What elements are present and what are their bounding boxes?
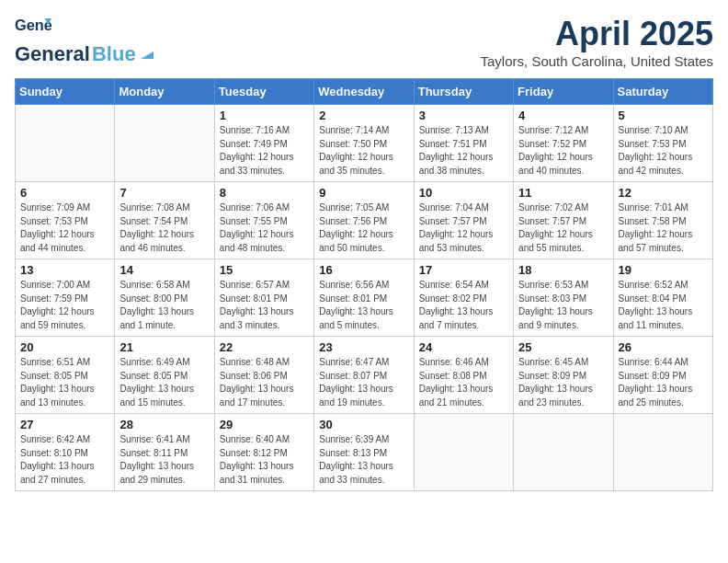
header: General General Blue April 2025 Taylors,… — [15, 15, 713, 69]
day-info: Sunrise: 7:02 AM Sunset: 7:57 PM Dayligh… — [518, 201, 608, 255]
day-info: Sunrise: 7:04 AM Sunset: 7:57 PM Dayligh… — [419, 201, 508, 255]
calendar-day-1: 1Sunrise: 7:16 AM Sunset: 7:49 PM Daylig… — [214, 105, 313, 182]
day-info: Sunrise: 6:49 AM Sunset: 8:05 PM Dayligh… — [119, 356, 209, 409]
col-header-wednesday: Wednesday — [314, 79, 414, 105]
calendar-week-4: 20Sunrise: 6:51 AM Sunset: 8:05 PM Dayli… — [16, 337, 713, 414]
calendar-day-9: 9Sunrise: 7:05 AM Sunset: 7:56 PM Daylig… — [314, 182, 414, 259]
col-header-saturday: Saturday — [613, 79, 712, 105]
day-number: 28 — [119, 418, 209, 431]
calendar-week-1: 1Sunrise: 7:16 AM Sunset: 7:49 PM Daylig… — [16, 105, 713, 182]
day-info: Sunrise: 7:08 AM Sunset: 7:54 PM Dayligh… — [119, 201, 209, 255]
calendar-day-29: 29Sunrise: 6:40 AM Sunset: 8:12 PM Dayli… — [214, 414, 313, 491]
calendar-week-2: 6Sunrise: 7:09 AM Sunset: 7:53 PM Daylig… — [16, 182, 713, 259]
day-info: Sunrise: 7:14 AM Sunset: 7:50 PM Dayligh… — [319, 124, 408, 178]
day-number: 4 — [518, 109, 608, 122]
day-info: Sunrise: 6:58 AM Sunset: 8:00 PM Dayligh… — [119, 279, 209, 332]
day-number: 30 — [319, 418, 408, 431]
day-info: Sunrise: 7:05 AM Sunset: 7:56 PM Dayligh… — [319, 201, 408, 255]
calendar-day-18: 18Sunrise: 6:53 AM Sunset: 8:03 PM Dayli… — [514, 259, 613, 337]
day-number: 13 — [20, 263, 109, 277]
day-info: Sunrise: 7:16 AM Sunset: 7:49 PM Dayligh… — [220, 124, 309, 178]
calendar-day-12: 12Sunrise: 7:01 AM Sunset: 7:58 PM Dayli… — [613, 182, 712, 259]
day-info: Sunrise: 7:06 AM Sunset: 7:55 PM Dayligh… — [220, 201, 309, 255]
logo-blue: Blue — [92, 42, 136, 66]
day-number: 21 — [119, 340, 209, 354]
calendar-header-row: SundayMondayTuesdayWednesdayThursdayFrid… — [16, 79, 713, 105]
day-info: Sunrise: 6:54 AM Sunset: 8:02 PM Dayligh… — [419, 279, 508, 332]
col-header-thursday: Thursday — [414, 79, 513, 105]
calendar-empty-cell — [115, 105, 214, 182]
day-info: Sunrise: 6:45 AM Sunset: 8:09 PM Dayligh… — [518, 356, 608, 409]
calendar-day-5: 5Sunrise: 7:10 AM Sunset: 7:53 PM Daylig… — [613, 105, 712, 182]
calendar-day-2: 2Sunrise: 7:14 AM Sunset: 7:50 PM Daylig… — [314, 105, 414, 182]
location-subtitle: Taylors, South Carolina, United States — [481, 53, 713, 69]
calendar-day-26: 26Sunrise: 6:44 AM Sunset: 8:09 PM Dayli… — [613, 337, 712, 414]
calendar-week-3: 13Sunrise: 7:00 AM Sunset: 7:59 PM Dayli… — [16, 259, 713, 337]
day-number: 27 — [20, 418, 109, 431]
logo: General General Blue — [15, 15, 155, 66]
calendar-day-7: 7Sunrise: 7:08 AM Sunset: 7:54 PM Daylig… — [115, 182, 214, 259]
day-info: Sunrise: 6:57 AM Sunset: 8:01 PM Dayligh… — [220, 279, 309, 332]
calendar-empty-cell — [16, 105, 115, 182]
calendar-day-23: 23Sunrise: 6:47 AM Sunset: 8:07 PM Dayli… — [314, 337, 414, 414]
svg-marker-2 — [141, 52, 154, 59]
day-info: Sunrise: 7:12 AM Sunset: 7:52 PM Dayligh… — [518, 124, 608, 178]
calendar-day-28: 28Sunrise: 6:41 AM Sunset: 8:11 PM Dayli… — [115, 414, 214, 491]
day-number: 6 — [20, 186, 109, 200]
calendar-day-16: 16Sunrise: 6:56 AM Sunset: 8:01 PM Dayli… — [314, 259, 414, 337]
calendar-title: April 2025 — [481, 15, 713, 53]
day-number: 17 — [419, 263, 508, 277]
day-number: 12 — [619, 186, 708, 200]
calendar-day-13: 13Sunrise: 7:00 AM Sunset: 7:59 PM Dayli… — [16, 259, 115, 337]
calendar-day-21: 21Sunrise: 6:49 AM Sunset: 8:05 PM Dayli… — [115, 337, 214, 414]
day-info: Sunrise: 7:09 AM Sunset: 7:53 PM Dayligh… — [20, 201, 109, 255]
day-info: Sunrise: 6:44 AM Sunset: 8:09 PM Dayligh… — [619, 356, 708, 409]
calendar-table: SundayMondayTuesdayWednesdayThursdayFrid… — [15, 78, 713, 491]
day-info: Sunrise: 6:53 AM Sunset: 8:03 PM Dayligh… — [518, 279, 608, 332]
calendar-day-11: 11Sunrise: 7:02 AM Sunset: 7:57 PM Dayli… — [514, 182, 613, 259]
logo-icon: General — [15, 15, 51, 42]
day-info: Sunrise: 6:42 AM Sunset: 8:10 PM Dayligh… — [20, 433, 109, 487]
day-number: 20 — [20, 340, 109, 354]
day-info: Sunrise: 7:00 AM Sunset: 7:59 PM Dayligh… — [20, 279, 109, 332]
day-number: 1 — [220, 109, 309, 122]
day-number: 10 — [419, 186, 508, 200]
calendar-day-14: 14Sunrise: 6:58 AM Sunset: 8:00 PM Dayli… — [115, 259, 214, 337]
day-number: 26 — [619, 340, 708, 354]
day-number: 8 — [220, 186, 309, 200]
day-info: Sunrise: 6:48 AM Sunset: 8:06 PM Dayligh… — [220, 356, 309, 409]
col-header-sunday: Sunday — [16, 79, 115, 105]
calendar-day-20: 20Sunrise: 6:51 AM Sunset: 8:05 PM Dayli… — [16, 337, 115, 414]
col-header-tuesday: Tuesday — [214, 79, 313, 105]
calendar-day-30: 30Sunrise: 6:39 AM Sunset: 8:13 PM Dayli… — [314, 414, 414, 491]
day-number: 22 — [220, 340, 309, 354]
day-number: 3 — [419, 109, 508, 122]
calendar-day-17: 17Sunrise: 6:54 AM Sunset: 8:02 PM Dayli… — [414, 259, 513, 337]
logo-triangle-icon — [139, 44, 155, 61]
calendar-day-25: 25Sunrise: 6:45 AM Sunset: 8:09 PM Dayli… — [514, 337, 613, 414]
day-info: Sunrise: 6:39 AM Sunset: 8:13 PM Dayligh… — [319, 433, 408, 487]
day-number: 29 — [220, 418, 309, 431]
calendar-day-3: 3Sunrise: 7:13 AM Sunset: 7:51 PM Daylig… — [414, 105, 513, 182]
day-number: 24 — [419, 340, 508, 354]
calendar-empty-cell — [414, 414, 513, 491]
day-info: Sunrise: 6:40 AM Sunset: 8:12 PM Dayligh… — [220, 433, 309, 487]
day-info: Sunrise: 7:10 AM Sunset: 7:53 PM Dayligh… — [619, 124, 708, 178]
day-info: Sunrise: 6:47 AM Sunset: 8:07 PM Dayligh… — [319, 356, 408, 409]
logo-general: General — [15, 42, 90, 66]
day-info: Sunrise: 6:52 AM Sunset: 8:04 PM Dayligh… — [619, 279, 708, 332]
day-number: 19 — [619, 263, 708, 277]
day-info: Sunrise: 6:51 AM Sunset: 8:05 PM Dayligh… — [20, 356, 109, 409]
day-number: 15 — [220, 263, 309, 277]
day-number: 14 — [119, 263, 209, 277]
calendar-day-10: 10Sunrise: 7:04 AM Sunset: 7:57 PM Dayli… — [414, 182, 513, 259]
day-number: 23 — [319, 340, 408, 354]
col-header-friday: Friday — [514, 79, 613, 105]
calendar-day-24: 24Sunrise: 6:46 AM Sunset: 8:08 PM Dayli… — [414, 337, 513, 414]
day-number: 11 — [518, 186, 608, 200]
day-number: 2 — [319, 109, 408, 122]
day-number: 16 — [319, 263, 408, 277]
day-info: Sunrise: 7:01 AM Sunset: 7:58 PM Dayligh… — [619, 201, 708, 255]
calendar-day-22: 22Sunrise: 6:48 AM Sunset: 8:06 PM Dayli… — [214, 337, 313, 414]
day-info: Sunrise: 6:56 AM Sunset: 8:01 PM Dayligh… — [319, 279, 408, 332]
